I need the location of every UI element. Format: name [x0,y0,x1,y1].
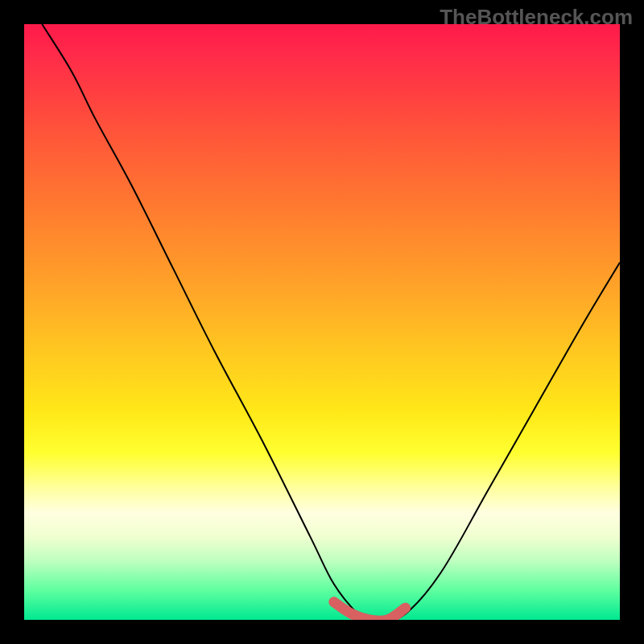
bottleneck-curve-line [42,24,620,620]
curve-highlight-segment [334,602,406,620]
chart-svg [24,24,620,620]
chart-plot-area [24,24,620,620]
watermark-text: TheBottleneck.com [440,5,633,30]
